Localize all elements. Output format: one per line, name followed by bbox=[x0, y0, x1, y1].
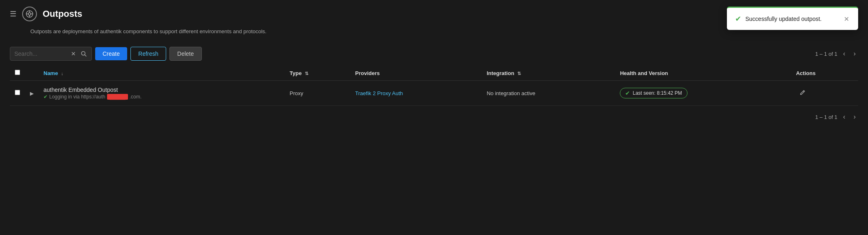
outposts-table-container: Name ↓ Type ⇅ Providers Integration ⇅ He… bbox=[0, 66, 868, 106]
outposts-table: Name ↓ Type ⇅ Providers Integration ⇅ He… bbox=[10, 66, 858, 106]
health-status-text: Last seen: 8:15:42 PM bbox=[633, 90, 682, 96]
top-pagination: 1 – 1 of 1 ‹ › bbox=[815, 49, 858, 58]
svg-line-7 bbox=[85, 55, 87, 57]
header-name[interactable]: Name ↓ bbox=[39, 66, 285, 81]
type-sort-icon: ⇅ bbox=[305, 71, 308, 76]
create-button[interactable]: Create bbox=[95, 47, 127, 60]
bottom-prev-page-button[interactable]: ‹ bbox=[841, 112, 847, 121]
bottom-next-page-button[interactable]: › bbox=[851, 112, 858, 121]
toast-check-icon: ✔ bbox=[735, 14, 741, 23]
toast-notification: ✔ Successfully updated outpost. ✕ bbox=[727, 7, 858, 30]
header-type[interactable]: Type ⇅ bbox=[285, 66, 350, 81]
row-actions-cell bbox=[791, 81, 858, 106]
next-page-button[interactable]: › bbox=[851, 49, 858, 58]
toast-close-button[interactable]: ✕ bbox=[843, 15, 850, 23]
header-health: Health and Version bbox=[615, 66, 791, 81]
clear-search-button[interactable]: ✕ bbox=[70, 50, 77, 58]
row-health-cell: ✔ Last seen: 8:15:42 PM bbox=[615, 81, 791, 106]
hamburger-icon[interactable]: ☰ bbox=[10, 9, 16, 18]
row-name-cell: authentik Embedded Outpost ✔ Logging in … bbox=[39, 81, 285, 106]
row-expand-button[interactable]: ▶ bbox=[30, 91, 34, 96]
bottom-pagination-info: 1 – 1 of 1 bbox=[815, 114, 837, 120]
delete-button[interactable]: Delete bbox=[169, 47, 201, 61]
search-wrapper: ✕ bbox=[10, 47, 92, 61]
app-logo bbox=[22, 7, 37, 21]
header-actions: Actions bbox=[791, 66, 858, 81]
health-badge: ✔ Last seen: 8:15:42 PM bbox=[620, 88, 687, 98]
row-expand-cell: ▶ bbox=[25, 81, 39, 106]
row-providers-cell: Traefik 2 Proxy Auth bbox=[350, 81, 482, 106]
provider-link[interactable]: Traefik 2 Proxy Auth bbox=[355, 90, 403, 96]
header-checkbox-cell bbox=[10, 66, 25, 81]
header-integration[interactable]: Integration ⇅ bbox=[482, 66, 615, 81]
row-status-icon: ✔ bbox=[43, 94, 48, 100]
row-checkbox-cell bbox=[10, 81, 25, 106]
header-expand-cell bbox=[25, 66, 39, 81]
svg-point-1 bbox=[28, 13, 31, 15]
page-title: Outposts bbox=[43, 9, 82, 19]
toolbar: ✕ Create Refresh Delete 1 – 1 of 1 ‹ › bbox=[0, 42, 868, 66]
row-type-cell: Proxy bbox=[285, 81, 350, 106]
name-sort-icon: ↓ bbox=[61, 71, 64, 76]
toast-message: Successfully updated outpost. bbox=[745, 16, 839, 22]
health-check-icon: ✔ bbox=[625, 90, 630, 96]
header-providers: Providers bbox=[350, 66, 482, 81]
select-all-checkbox[interactable] bbox=[15, 70, 20, 75]
table-header-row: Name ↓ Type ⇅ Providers Integration ⇅ He… bbox=[10, 66, 858, 81]
pagination-info: 1 – 1 of 1 bbox=[815, 51, 837, 57]
row-name-secondary: ✔ Logging in via https://auth █████ .com… bbox=[43, 94, 280, 100]
page-subtitle: Outposts are deployments of authentik co… bbox=[0, 28, 868, 42]
edit-button[interactable] bbox=[796, 88, 809, 99]
row-domain-suffix: .com. bbox=[130, 94, 142, 100]
row-redacted: █████ bbox=[107, 94, 128, 100]
bottom-bar: 1 – 1 of 1 ‹ › bbox=[0, 106, 868, 128]
search-button[interactable] bbox=[80, 50, 87, 57]
refresh-button[interactable]: Refresh bbox=[130, 47, 166, 61]
row-login-text: Logging in via https://auth bbox=[49, 94, 105, 100]
integration-sort-icon: ⇅ bbox=[517, 71, 521, 76]
row-integration-cell: No integration active bbox=[482, 81, 615, 106]
prev-page-button[interactable]: ‹ bbox=[841, 49, 847, 58]
table-row: ▶ authentik Embedded Outpost ✔ Logging i… bbox=[10, 81, 858, 106]
row-checkbox[interactable] bbox=[15, 90, 20, 95]
row-name-primary: authentik Embedded Outpost bbox=[43, 87, 280, 93]
search-input[interactable] bbox=[14, 50, 67, 57]
